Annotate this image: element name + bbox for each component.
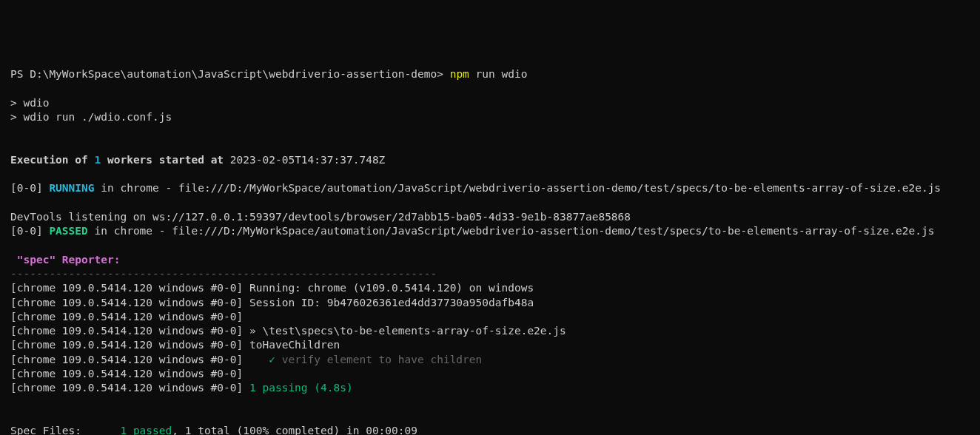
echo-line-2: > wdio run ./wdio.conf.js bbox=[10, 110, 970, 124]
reporter-header: "spec" Reporter: bbox=[10, 253, 970, 267]
report-line-3: [chrome 109.0.5414.120 windows #0-0] bbox=[10, 310, 970, 324]
report-line-4: [chrome 109.0.5414.120 windows #0-0] » \… bbox=[10, 324, 970, 338]
report-line-5: [chrome 109.0.5414.120 windows #0-0] toH… bbox=[10, 338, 970, 352]
echo-line-1: > wdio bbox=[10, 96, 970, 110]
check-icon: ✓ bbox=[269, 354, 275, 365]
report-line-1: [chrome 109.0.5414.120 windows #0-0] Run… bbox=[10, 281, 970, 295]
status-passed: PASSED bbox=[49, 225, 87, 237]
report-line-2: [chrome 109.0.5414.120 windows #0-0] Ses… bbox=[10, 296, 970, 310]
report-line-check: [chrome 109.0.5414.120 windows #0-0] ✓ v… bbox=[10, 353, 970, 367]
command-npm: npm bbox=[450, 68, 469, 80]
report-line-7: [chrome 109.0.5414.120 windows #0-0] bbox=[10, 367, 970, 381]
terminal-output[interactable]: PS D:\MyWorkSpace\automation\JavaScript\… bbox=[10, 67, 970, 435]
execution-line: Execution of 1 workers started at 2023-0… bbox=[10, 153, 970, 167]
status-running: RUNNING bbox=[49, 182, 94, 194]
running-line: [0-0] RUNNING in chrome - file:///D:/MyW… bbox=[10, 181, 970, 195]
divider-line: ----------------------------------------… bbox=[10, 267, 970, 281]
report-line-passing: [chrome 109.0.5414.120 windows #0-0] 1 p… bbox=[10, 381, 970, 395]
prompt-line: PS D:\MyWorkSpace\automation\JavaScript\… bbox=[10, 67, 970, 81]
devtools-line: DevTools listening on ws://127.0.0.1:593… bbox=[10, 210, 970, 224]
passed-line: [0-0] PASSED in chrome - file:///D:/MyWo… bbox=[10, 224, 970, 238]
summary-line: Spec Files: 1 passed, 1 total (100% comp… bbox=[10, 424, 970, 435]
